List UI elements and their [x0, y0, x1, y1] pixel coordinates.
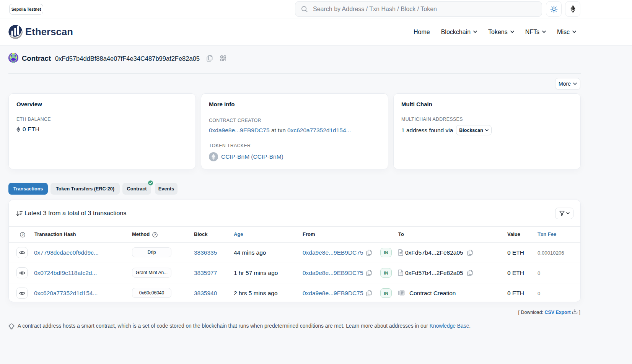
svg-text:?: ? — [21, 233, 23, 237]
svg-text:?: ? — [154, 233, 156, 237]
